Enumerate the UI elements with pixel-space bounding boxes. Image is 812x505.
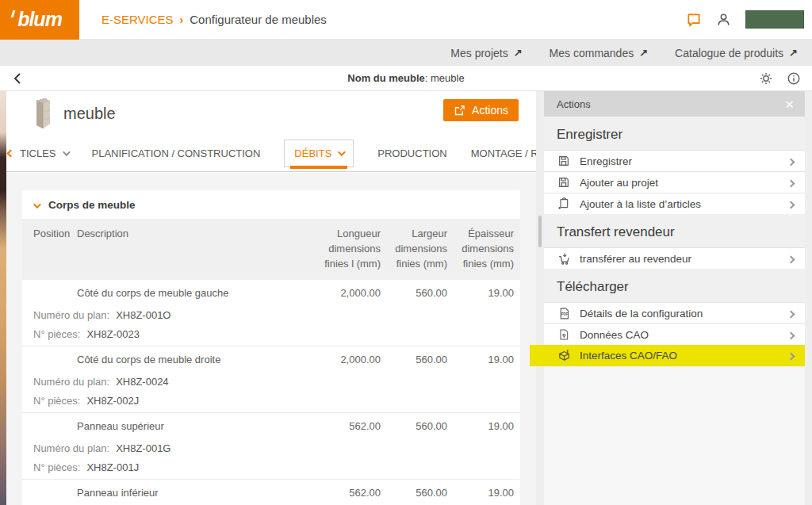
external-link-arrow-icon: ↗ (789, 47, 798, 59)
action-item-ajouter-au-projet[interactable]: Ajouter au projet (544, 171, 805, 193)
chevron-right-icon (788, 198, 794, 210)
close-icon[interactable]: × (785, 97, 794, 112)
piece-number-value: XH8Z-002J (86, 395, 139, 407)
tabs-scroll-left-icon[interactable] (8, 151, 13, 156)
cart-transfer-icon (557, 251, 571, 266)
corps-de-meuble-section: Corps de meuble Position Description Lon… (22, 190, 520, 505)
vertical-scrollbar-thumb[interactable] (538, 216, 542, 247)
action-item-details-configuration[interactable]: PDF Détails de la configuration (544, 302, 805, 323)
part-epaisseur: 19.00 (447, 287, 514, 299)
part-description: Panneau supérieur (77, 420, 306, 432)
piece-number-line: N° pièces:XH8Z-002J (22, 395, 520, 407)
nav-link-mes-projets[interactable]: Mes projets ↗ (450, 47, 522, 59)
part-description: Panneau inférieur (77, 487, 306, 499)
action-item-ajouter-liste-articles[interactable]: Ajouter à la liste d’articles (544, 193, 805, 214)
action-item-interfaces-cao-fao[interactable]: Interfaces CAO/FAO (530, 345, 805, 366)
table-row[interactable]: Panneau inférieur 562.00 560.00 19.00 Nu… (22, 480, 520, 505)
chevron-right-icon (788, 177, 794, 189)
table-row[interactable]: Côté du corps de meuble gauche 2,000.00 … (22, 280, 520, 346)
furniture-3d-thumbnail-icon (33, 97, 52, 130)
furniture-name-bar: Nom du meuble: meuble (0, 66, 812, 91)
breadcrumb-eservices-link[interactable]: E-SERVICES (102, 13, 174, 26)
part-largeur: 560.00 (381, 420, 447, 432)
blum-logo[interactable]: blum (0, 0, 79, 40)
part-longueur: 2,000.00 (306, 354, 381, 365)
breadcrumb: E-SERVICES › Configurateur de meubles (102, 13, 327, 26)
section-collapse-header[interactable]: Corps de meuble (22, 190, 520, 219)
furniture-name-display: Nom du meuble: meuble (0, 72, 812, 84)
chevron-right-icon (788, 329, 794, 341)
tab-production[interactable]: PRODUCTION (377, 147, 446, 159)
tab-planification-construction[interactable]: PLANIFICATION / CONSTRUCTION (92, 147, 261, 159)
user-icon[interactable] (716, 12, 731, 27)
page-title: Configurateur de meubles (190, 13, 327, 26)
part-epaisseur: 19.00 (447, 420, 514, 432)
blum-logo-text: blum (17, 8, 62, 31)
action-item-donnees-cao[interactable]: Données CAO (544, 323, 805, 345)
plan-number-value: XH8Z-0024 (116, 376, 168, 388)
breadcrumb-separator-icon: › (180, 13, 184, 26)
external-link-arrow-icon: ↗ (514, 47, 523, 59)
user-account-badge[interactable] (745, 10, 804, 29)
column-header-longueur: Longueur dimensions finies l (mm) (306, 227, 381, 272)
nav-link-catalogue-produits[interactable]: Catalogue de produits ↗ (675, 47, 798, 59)
chevron-down-icon (62, 148, 70, 156)
chevron-right-icon (788, 308, 794, 319)
piece-number-line: N° pièces:XH8Z-001J (22, 461, 520, 473)
group-title-enregistrer: Enregistrer (544, 117, 805, 150)
column-header-largeur: Largeur dimensions finies (mm) (381, 227, 447, 272)
app-header: blum E-SERVICES › Configurateur de meubl… (0, 0, 812, 40)
tab-debits[interactable]: DÉBITS (284, 140, 354, 167)
chat-icon[interactable] (686, 12, 702, 28)
plan-number-value: XH8Z-001O (116, 309, 170, 321)
column-header-description: Description (77, 227, 306, 242)
actions-button[interactable]: Actions (443, 99, 519, 121)
piece-number-value: XH8Z-001J (86, 461, 139, 473)
part-description: Côté du corps de meuble droite (77, 354, 306, 365)
plan-number-line: Numéro du plan:XH8Z-001O (22, 309, 520, 321)
clipboard-add-icon (557, 197, 571, 211)
pdf-icon: PDF (557, 306, 571, 320)
part-longueur: 2,000.00 (306, 287, 381, 299)
part-largeur: 560.00 (381, 487, 447, 499)
tab-montage-reglage[interactable]: MONTAGE / RÉGLAGE (471, 147, 536, 159)
part-epaisseur: 19.00 (447, 487, 514, 499)
part-longueur: 562.00 (306, 420, 381, 432)
part-longueur: 562.00 (306, 487, 381, 499)
piece-number-value: XH8Z-0023 (86, 328, 139, 340)
part-largeur: 560.00 (381, 354, 447, 365)
table-row[interactable]: Côté du corps de meuble droite 2,000.00 … (22, 346, 520, 413)
part-description: Côté du corps de meuble gauche (77, 287, 306, 299)
actions-panel-title: Actions (557, 98, 591, 110)
chevron-right-icon (788, 155, 794, 167)
part-epaisseur: 19.00 (447, 354, 514, 365)
group-title-transfert-revendeur: Transfert revendeur (544, 214, 805, 247)
part-largeur: 560.00 (381, 287, 447, 299)
plan-number-line: Numéro du plan:XH8Z-0024 (22, 376, 520, 388)
cut-list-table-header: Position Description Longueur dimensions… (22, 219, 520, 280)
nav-link-mes-commandes[interactable]: Mes commandes ↗ (550, 47, 649, 59)
configurator-main-panel: meuble Actions TICLES PLANIFICATION / CO… (6, 91, 536, 505)
tab-bar: TICLES PLANIFICATION / CONSTRUCTION DÉBI… (6, 136, 536, 172)
plan-number-value: XH8Z-001G (116, 442, 170, 454)
section-title: Corps de meuble (48, 199, 136, 211)
chevron-right-icon (788, 350, 794, 362)
piece-number-line: N° pièces:XH8Z-0023 (22, 328, 520, 340)
furniture-title: meuble (63, 105, 116, 123)
plan-number-line: Numéro du plan:XH8Z-001G (22, 442, 520, 454)
save-icon (557, 154, 571, 168)
actions-side-panel: Actions × Enregistrer Enregistrer (544, 91, 805, 505)
chevron-right-icon (788, 253, 794, 265)
external-link-arrow-icon: ↗ (639, 47, 648, 59)
tab-articles[interactable]: TICLES (20, 147, 68, 159)
action-item-transferer-au-revendeur[interactable]: transférer au revendeur (544, 247, 805, 269)
save-icon (557, 175, 571, 189)
action-item-enregistrer[interactable]: Enregistrer (544, 150, 805, 171)
column-header-epaisseur: Épaisseur dimensions finies (mm) (447, 227, 514, 272)
group-title-telecharger: Télécharger (544, 269, 805, 302)
external-links-bar: Mes projets ↗ Mes commandes ↗ Catalogue … (0, 40, 812, 66)
table-row[interactable]: Panneau supérieur 562.00 560.00 19.00 Nu… (22, 413, 520, 480)
cad-cam-cube-icon (557, 349, 571, 363)
svg-text:PDF: PDF (561, 312, 568, 316)
export-icon (454, 105, 465, 117)
